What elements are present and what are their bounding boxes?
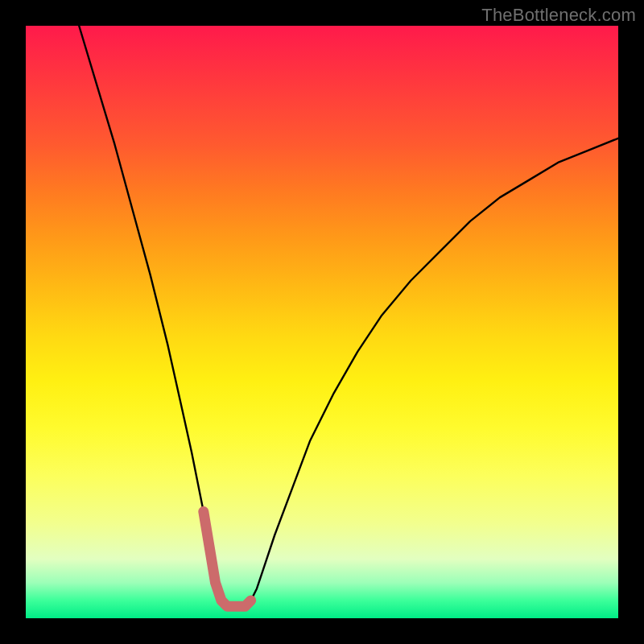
highlight-segment	[204, 512, 251, 607]
curve-svg	[26, 26, 618, 618]
plot-area	[26, 26, 618, 618]
chart-frame: TheBottleneck.com	[0, 0, 644, 644]
watermark-text: TheBottleneck.com	[481, 5, 636, 26]
bottleneck-curve	[79, 26, 618, 606]
